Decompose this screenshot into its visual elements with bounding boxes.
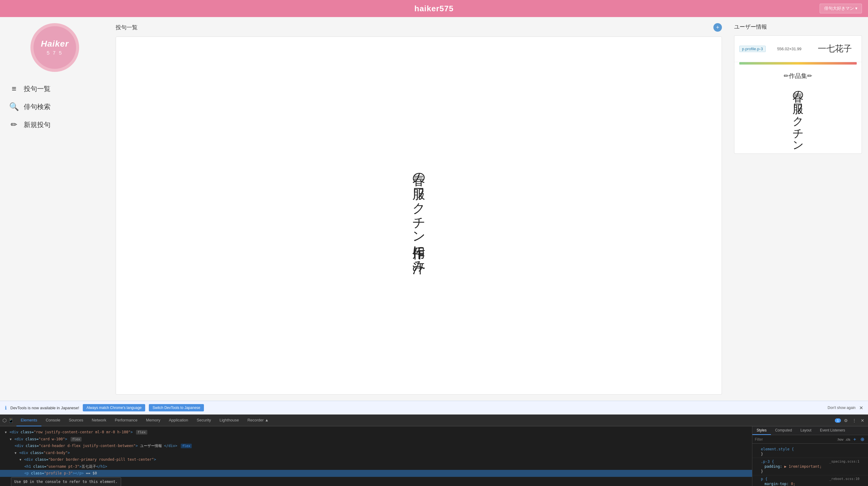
user-info-title: ユーザー情報: [734, 23, 862, 30]
tab-recorder[interactable]: Recorder ▲: [243, 415, 273, 426]
logo: Haiker ５７５: [30, 23, 79, 72]
style-rule-p: p { _reboot.scss:10 margin-top: 0; margi…: [752, 475, 868, 486]
tab-console[interactable]: Console: [41, 415, 64, 426]
copy-rule-button[interactable]: ⊕: [859, 436, 866, 442]
el-tooltip-row: Use $0 in the console to refer to this e…: [0, 477, 752, 486]
styles-filter-input[interactable]: [755, 437, 837, 442]
styles-filter-extra: :hov .cls + ⊕: [837, 436, 866, 442]
tab-lighthouse[interactable]: Lighthouse: [215, 415, 243, 426]
devtools-settings-button[interactable]: ⚙: [843, 417, 849, 424]
info-icon: ℹ: [5, 405, 7, 411]
el-row-4[interactable]: ▼ <div class="card-body">: [0, 450, 752, 456]
haiku-right: 春の服ワクチン: [790, 80, 806, 150]
user-card-header: p.profile.p-3 556.02×31.99 一七花子: [734, 36, 862, 62]
styles-panel: Styles Computed Layout Event Listeners :…: [752, 426, 868, 486]
devtools-controls: 1 ⚙ ⋮ ✕: [835, 417, 866, 424]
styles-tabs: Styles Computed Layout Event Listeners: [752, 426, 868, 435]
content-header: 投句一覧 +: [116, 23, 722, 32]
logo-575: ５７５: [45, 50, 64, 56]
user-menu-button[interactable]: 俳句大好きマン ▾: [819, 4, 862, 13]
tab-security[interactable]: Security: [192, 415, 215, 426]
app-title: haiker575: [414, 4, 454, 13]
el-row-3[interactable]: <div class="card-header d-flex justify-c…: [0, 443, 752, 450]
styles-tab-computed[interactable]: Computed: [771, 426, 796, 435]
el-row-2[interactable]: ▼ <div class="card w-100"> flex: [0, 436, 752, 443]
main-area: Haiker ５７５ ≡ 投句一覧 🔍 俳句検索 ✏ 新規投句 投句一覧 + 春…: [0, 17, 868, 401]
center-content: 投句一覧 + 春の服ワクチン作用に汗み: [110, 17, 728, 401]
devtools-infobar: ℹ DevTools is now available in Japanese!…: [0, 401, 868, 415]
sidebar-item-label: 俳句検索: [24, 102, 51, 112]
sidebar: Haiker ５７５ ≡ 投句一覧 🔍 俳句検索 ✏ 新規投句: [0, 17, 110, 401]
sidebar-item-new-post[interactable]: ✏ 新規投句: [9, 117, 100, 132]
add-post-button[interactable]: +: [713, 23, 722, 32]
devtools-inspect-icon[interactable]: ⬡: [2, 418, 7, 423]
search-icon: 🔍: [9, 102, 19, 112]
devtools-body: ▼ <div class="row justify-content-center…: [0, 426, 868, 486]
tab-application[interactable]: Application: [165, 415, 193, 426]
devtools-more-button[interactable]: ⋮: [851, 417, 858, 424]
list-icon: ≡: [9, 84, 19, 93]
logo-haiker: Haiker: [41, 39, 69, 49]
tab-performance[interactable]: Performance: [111, 415, 142, 426]
haiku-text: 春の服ワクチン作用に汗み: [402, 158, 435, 273]
add-rule-button[interactable]: +: [852, 437, 857, 442]
content-title: 投句一覧: [116, 24, 137, 31]
sidebar-item-search[interactable]: 🔍 俳句検索: [9, 99, 100, 115]
devtools-close-button[interactable]: ✕: [860, 417, 866, 424]
devtools-device-icon[interactable]: 📱: [8, 418, 14, 423]
logo-inner: Haiker ５７５: [33, 26, 76, 69]
tab-elements[interactable]: Elements: [17, 415, 41, 426]
dont-show-button[interactable]: Don't show again: [828, 405, 856, 410]
sidebar-item-haiku-list[interactable]: ≡ 投句一覧: [9, 81, 100, 96]
elements-panel: ▼ <div class="row justify-content-center…: [0, 426, 752, 486]
el-row-6[interactable]: <h1 class="username pt-3">五七花子</h1>: [0, 463, 752, 470]
tab-memory[interactable]: Memory: [142, 415, 165, 426]
devtools-panel: ⬡ 📱 Elements Console Sources Network Per…: [0, 415, 868, 486]
el-row-1[interactable]: ▼ <div class="row justify-content-center…: [0, 429, 752, 436]
filter-hov[interactable]: :hov: [837, 437, 843, 441]
console-badge: 1: [835, 418, 841, 423]
styles-tab-event-listeners[interactable]: Event Listeners: [816, 426, 849, 435]
filter-cls[interactable]: .cls: [845, 437, 850, 441]
sidebar-item-label: 新規投句: [24, 120, 51, 129]
styles-body: element.style { } .p-3 { _spacing.scss:1…: [752, 444, 868, 486]
haiku-card: 春の服ワクチン作用に汗み: [116, 36, 722, 395]
devtools-tabs-row: ⬡ 📱 Elements Console Sources Network Per…: [0, 415, 868, 426]
style-rule-element: element.style { }: [752, 446, 868, 458]
styles-filter-row: :hov .cls + ⊕: [752, 435, 868, 444]
styles-tab-styles[interactable]: Styles: [752, 426, 771, 435]
style-rule-p3: .p-3 { _spacing.scss:1 padding: ▶ 1rem!i…: [752, 458, 868, 475]
tab-sources[interactable]: Sources: [64, 415, 88, 426]
sidebar-item-label: 投句一覧: [24, 84, 51, 93]
element-badge: p.profile.p-3: [739, 46, 766, 52]
close-infobar-button[interactable]: ✕: [859, 405, 863, 411]
works-section: ✏作品集✏ 春の服ワクチン: [734, 68, 862, 153]
works-label: ✏作品集✏: [739, 72, 857, 80]
console-tooltip: Use $0 in the console to refer to this e…: [11, 477, 121, 486]
el-row-5[interactable]: ▼ <div class="border border-primary roun…: [0, 456, 752, 463]
user-card: p.profile.p-3 556.02×31.99 一七花子 ✏作品集✏ 春の…: [734, 35, 862, 154]
right-panel: ユーザー情報 p.profile.p-3 556.02×31.99 一七花子 ✏…: [728, 17, 868, 401]
top-nav: haiker575 俳句大好きマン ▾: [0, 0, 868, 17]
switch-devtools-button[interactable]: Switch DevTools to Japanese: [149, 404, 204, 412]
element-size: 556.02×31.99: [777, 47, 801, 51]
match-language-button[interactable]: Always match Chrome's language: [83, 404, 145, 412]
pen-icon: ✏: [9, 120, 19, 129]
tab-network[interactable]: Network: [88, 415, 111, 426]
user-name: 一七花子: [813, 39, 857, 58]
el-row-7[interactable]: <p class="profile p-3"></p> == $0: [0, 470, 752, 477]
devtools-message: DevTools is now available in Japanese!: [10, 405, 79, 410]
styles-tab-layout[interactable]: Layout: [796, 426, 816, 435]
highlight-bar: [739, 62, 857, 65]
